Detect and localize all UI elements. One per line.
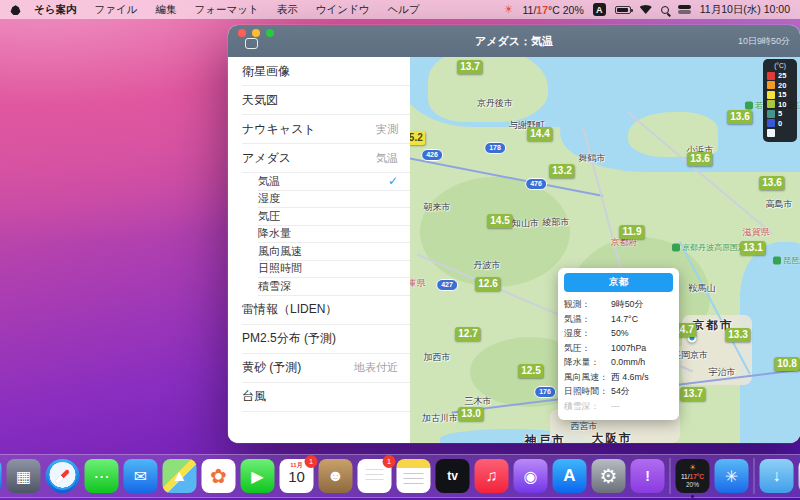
sidebar-item-label: 台風 [242,388,398,405]
sidebar-item-気温[interactable]: 気温✓ [258,173,410,191]
menubar-weather-text[interactable]: 11/17°C 20% [523,4,584,16]
sidebar-item-label: ナウキャスト [242,121,376,138]
battery-icon[interactable] [615,6,631,14]
station-temp-badge[interactable]: 13.7 [457,60,482,74]
menu-4[interactable]: 表示 [268,3,307,17]
sidebar-item-台風[interactable]: 台風 [242,383,410,412]
zoom-button[interactable] [266,29,274,37]
station-temp-badge[interactable]: 13.0 [458,407,483,421]
wifi-icon[interactable] [640,5,652,14]
route-shield-178: 178 [484,142,506,154]
sidebar-item-風向風速[interactable]: 風向風速 [258,243,410,261]
station-temp-badge[interactable]: 13.7 [680,387,705,401]
legend-swatch [767,91,775,99]
sidebar-toggle-icon[interactable] [245,38,258,49]
sora-temp: 11/17°C [681,473,704,480]
popup-row-label: 気圧： [564,341,611,356]
station-temp-badge[interactable]: 13.1 [740,241,765,255]
station-temp-badge[interactable]: 13.3 [725,328,750,342]
dock-icon-maps[interactable]: ▲ [163,459,197,493]
sora-annai-window: アメダス：気温 10日9時50分 衛星画像天気図ナウキャスト実測アメダス気温気温… [228,25,800,443]
sidebar-item-雷情報（LIDEN）[interactable]: 雷情報（LIDEN） [242,296,410,325]
station-temp-badge[interactable]: 12.5 [518,364,543,378]
dock-icon-podcasts[interactable]: ◉ [514,459,548,493]
station-temp-badge[interactable]: 13.2 [549,164,574,178]
station-temp-badge[interactable]: 14.5 [487,214,512,228]
weather-map[interactable]: 若狭湾国定公園京都丹波高原国定公園琵琶湖国定公園 京都府滋賀県兵庫県 京丹後市与… [410,57,800,443]
sidebar-item-label: PM2.5分布 (予測) [242,330,398,347]
desktop: そら案内ファイル編集フォーマット表示ウインドウヘルプ ☀ 11/17°C 20%… [0,0,800,500]
sidebar-item-降水量[interactable]: 降水量 [258,226,410,244]
sidebar-item-ナウキャスト[interactable]: ナウキャスト実測 [242,115,410,144]
sidebar-item-label: 気温 [258,174,388,189]
station-temp-badge[interactable]: 12.7 [455,327,480,341]
dock-icon-launchpad[interactable]: ▦ [7,459,41,493]
menu-1[interactable]: ファイル [86,3,147,17]
control-center-icon[interactable] [678,5,691,14]
dock-icon-testflight[interactable]: ✳ [715,459,749,493]
dock-icon-calendar[interactable]: 11月101 [280,459,314,493]
dock-icon-finder[interactable]: ☺ [0,459,2,493]
dock-icon-tv[interactable]: tv [436,459,470,493]
menubar-clock[interactable]: 11月10日(水) 10:00 [700,3,790,17]
dock-icon-reminders[interactable]: 1 [358,459,392,493]
dock-icon-downloads[interactable]: ↓ [760,459,794,493]
sidebar-item-アメダス[interactable]: アメダス気温 [242,144,410,173]
dock-icon-app-store[interactable]: A [553,459,587,493]
menu-2[interactable]: 編集 [146,3,185,17]
legend-swatch [767,100,775,108]
sidebar-item-湿度[interactable]: 湿度 [258,191,410,209]
layer-sidebar: 衛星画像天気図ナウキャスト実測アメダス気温気温✓湿度気圧降水量風向風速日照時間積… [228,57,410,443]
messages-icon: ⋯ [85,459,119,493]
close-button[interactable] [238,29,246,37]
dock-icon-feedback[interactable]: ! [631,459,665,493]
notification-badge: 1 [305,455,318,468]
popup-row-value: 9時50分 [611,297,673,312]
station-temp-badge[interactable]: 15.2 [410,131,426,145]
sidebar-item-value: 地表付近 [354,360,398,375]
legend-swatch [767,110,775,118]
menu-app[interactable]: そら案内 [25,3,86,17]
dock-icon-notes[interactable] [397,459,431,493]
menu-5[interactable]: ウインドウ [307,3,379,17]
minimize-button[interactable] [252,29,260,37]
station-temp-badge[interactable]: 12.6 [475,277,500,291]
window-titlebar[interactable]: アメダス：気温 10日9時50分 [228,25,800,57]
station-temp-badge[interactable]: 13.6 [727,110,752,124]
sidebar-item-気圧[interactable]: 気圧 [258,208,410,226]
popup-row: 積雪深：--- [564,399,673,414]
running-indicator [691,495,694,498]
station-temp-badge[interactable]: 13.6 [759,176,784,190]
station-temp-badge[interactable]: 14.4 [527,127,552,141]
menu-bar: そら案内ファイル編集フォーマット表示ウインドウヘルプ ☀ 11/17°C 20%… [0,0,800,19]
dock-icon-sora-annai[interactable]: ☀11/17°C20% [676,459,710,493]
sidebar-item-積雪深[interactable]: 積雪深 [258,278,410,296]
dock-icon-settings[interactable]: ⚙ [592,459,626,493]
dock-icon-facetime[interactable]: ▶ [241,459,275,493]
sidebar-item-衛星画像[interactable]: 衛星画像 [242,57,410,86]
dock-icon-messages[interactable]: ⋯ [85,459,119,493]
menu-items: そら案内ファイル編集フォーマット表示ウインドウヘルプ [25,3,429,17]
menu-6[interactable]: ヘルプ [378,3,428,17]
dock-icon-safari[interactable] [46,459,80,493]
sidebar-item-黄砂 (予測)[interactable]: 黄砂 (予測)地表付近 [242,354,410,383]
station-temp-badge[interactable]: 13.6 [687,152,712,166]
contacts-icon: ☻ [319,459,353,493]
weather-sun-icon[interactable]: ☀ [504,3,514,16]
search-icon[interactable] [661,6,669,14]
menu-3[interactable]: フォーマット [185,3,267,17]
station-temp-badge[interactable]: 11.9 [620,225,645,239]
popup-row: 気圧：1007hPa [564,341,673,356]
legend-row: 20 [767,81,793,91]
sidebar-item-PM2.5分布 (予測)[interactable]: PM2.5分布 (予測) [242,325,410,354]
dock-icon-photos[interactable]: ✿ [202,459,236,493]
station-temp-badge[interactable]: 10.8 [774,357,799,371]
sidebar-item-日照時間[interactable]: 日照時間 [258,261,410,279]
sidebar-item-天気図[interactable]: 天気図 [242,86,410,115]
tango-peninsula [428,57,548,122]
dock-icon-mail[interactable]: ✉ [124,459,158,493]
apple-menu-icon[interactable] [10,4,21,15]
dock-icon-contacts[interactable]: ☻ [319,459,353,493]
input-source-icon[interactable]: A [593,3,606,16]
dock-icon-music[interactable]: ♫ [475,459,509,493]
